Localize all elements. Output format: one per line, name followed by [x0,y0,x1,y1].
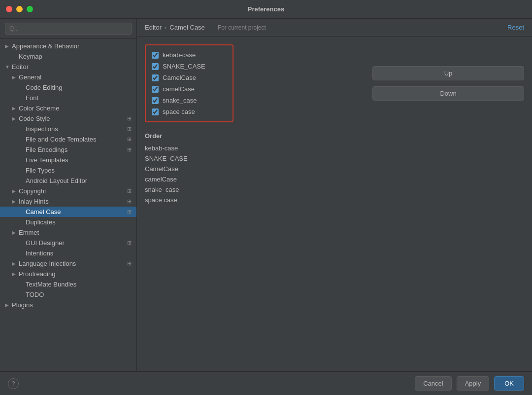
sidebar-item-label: Plugins [12,301,132,309]
sidebar-item-code-style[interactable]: ▶Code Style⊞ [0,113,136,124]
bottom-left: ? [8,378,19,389]
sidebar-item-label: Code Editing [26,84,132,91]
sidebar-item-android-layout-editor[interactable]: Android Layout Editor [0,176,136,186]
checkbox-kebab-case[interactable] [152,52,159,59]
sidebar-item-font[interactable]: Font [0,93,136,103]
sidebar-item-textmate-bundles[interactable]: TextMate Bundles [0,279,136,289]
sidebar-item-intentions[interactable]: Intentions [0,248,136,258]
search-input[interactable] [5,23,132,35]
chevron-icon: ▶ [12,106,19,111]
window-title: Preferences [248,5,284,13]
sidebar-item-code-editing[interactable]: Code Editing [0,82,136,93]
checkbox-label: snake_case [163,97,197,104]
right-panel: Up Down [365,36,532,371]
order-title: Order [145,132,357,140]
checkbox-snake-case[interactable] [152,97,159,104]
item-badge-icon: ⊞ [127,198,132,205]
breadcrumb-editor: Editor [145,24,162,31]
item-badge-icon: ⊞ [127,188,132,194]
chevron-icon: ▶ [12,199,19,204]
sidebar-item-live-templates[interactable]: Live Templates [0,155,136,165]
help-button[interactable]: ? [8,378,19,389]
sidebar-item-camel-case[interactable]: Camel Case⊞ [0,207,136,217]
for-current-project-label: For current project [218,24,266,31]
sidebar-item-file-and-code-templates[interactable]: File and Code Templates⊞ [0,134,136,144]
sidebar-item-inlay-hints[interactable]: ▶Inlay Hints⊞ [0,196,136,207]
chevron-icon: ▶ [12,74,19,80]
ok-button[interactable]: OK [494,376,524,391]
order-list-item: space case [145,195,357,205]
sidebar-item-label: Color Scheme [19,105,132,112]
breadcrumb-current: Camel Case [169,24,205,31]
sidebar-item-todo[interactable]: TODO [0,289,136,300]
sidebar-item-plugins[interactable]: ▶Plugins [0,300,136,310]
down-button[interactable]: Down [372,86,524,101]
sidebar-item-general[interactable]: ▶General [0,72,136,82]
sidebar-item-gui-designer[interactable]: GUI Designer⊞ [0,238,136,248]
traffic-lights [6,6,33,12]
order-list-item: CamelCase [145,164,357,174]
order-section: Order kebab-caseSNAKE_CASECamelCasecamel… [145,132,357,205]
sidebar-item-label: Appearance & Behavior [12,42,132,50]
item-badge-icon: ⊞ [127,126,132,132]
sidebar-item-label: Intentions [26,250,132,257]
checkbox-section: kebab-caseSNAKE_CASECamelCasecamelCasesn… [145,44,233,122]
sidebar-item-label: Android Layout Editor [26,177,132,184]
checkbox-camel-case-upper[interactable] [152,74,159,81]
content-body: kebab-caseSNAKE_CASECamelCasecamelCasesn… [137,36,532,371]
order-list: kebab-caseSNAKE_CASECamelCasecamelCasesn… [145,144,357,205]
sidebar-item-language-injections[interactable]: ▶Language Injections⊞ [0,258,136,269]
content-area: Editor › Camel Case For current project … [137,19,532,371]
checkbox-camel-case-lower[interactable] [152,86,159,93]
checkbox-space-case[interactable] [152,108,159,115]
bottom-bar: ? Cancel Apply OK [0,371,532,395]
item-badge-icon: ⊞ [127,260,132,267]
reset-button[interactable]: Reset [507,24,524,31]
checkbox-label: camelCase [163,85,195,93]
sidebar-item-appearance[interactable]: ▶Appearance & Behavior [0,41,136,51]
titlebar: Preferences [0,0,532,19]
sidebar-item-file-types[interactable]: File Types [0,165,136,176]
sidebar-item-label: File Types [26,167,132,174]
minimize-button[interactable] [16,6,23,12]
cancel-button[interactable]: Cancel [415,376,451,391]
sidebar-item-proofreading[interactable]: ▶Proofreading [0,269,136,279]
sidebar-item-label: Duplicates [26,218,132,226]
checkbox-item-snake-case: snake_case [152,95,227,106]
up-button[interactable]: Up [372,66,524,80]
sidebar-item-keymap[interactable]: Keymap [0,51,136,62]
sidebar-item-label: Emmet [19,229,132,236]
sidebar-item-duplicates[interactable]: Duplicates [0,217,136,227]
checkbox-item-kebab-case: kebab-case [152,49,227,61]
apply-button[interactable]: Apply [457,376,490,391]
sidebar-item-file-encodings[interactable]: File Encodings⊞ [0,144,136,155]
chevron-icon: ▶ [12,188,19,194]
chevron-icon: ▶ [5,302,12,308]
sidebar-item-label: Editor [12,63,132,71]
sidebar-item-label: TextMate Bundles [26,281,132,288]
checkbox-snake-case-upper[interactable] [152,63,159,70]
item-badge-icon: ⊞ [127,115,132,122]
sidebar-tree: ▶Appearance & BehaviorKeymap▼Editor▶Gene… [0,39,136,371]
sidebar-item-color-scheme[interactable]: ▶Color Scheme [0,103,136,113]
sidebar-item-label: Font [26,94,132,102]
item-badge-icon: ⊞ [127,146,132,153]
sidebar-item-label: File Encodings [26,146,125,153]
close-button[interactable] [6,6,12,12]
chevron-icon: ▶ [12,116,19,121]
breadcrumb: Editor › Camel Case For current project [145,24,507,31]
sidebar-item-editor[interactable]: ▼Editor [0,62,136,72]
sidebar-item-inspections[interactable]: Inspections⊞ [0,124,136,134]
sidebar-item-label: GUI Designer [26,239,125,247]
chevron-icon: ▶ [12,261,19,266]
checkbox-label: space case [163,108,195,115]
item-badge-icon: ⊞ [127,209,132,215]
maximize-button[interactable] [27,6,33,12]
sidebar-item-label: General [19,73,132,81]
sidebar-item-copyright[interactable]: ▶Copyright⊞ [0,186,136,196]
content-header: Editor › Camel Case For current project … [137,19,532,36]
checkbox-label: kebab-case [163,51,196,59]
sidebar-item-emmet[interactable]: ▶Emmet [0,227,136,238]
sidebar: ▶Appearance & BehaviorKeymap▼Editor▶Gene… [0,19,137,371]
settings-panel: kebab-caseSNAKE_CASECamelCasecamelCasesn… [137,36,365,371]
